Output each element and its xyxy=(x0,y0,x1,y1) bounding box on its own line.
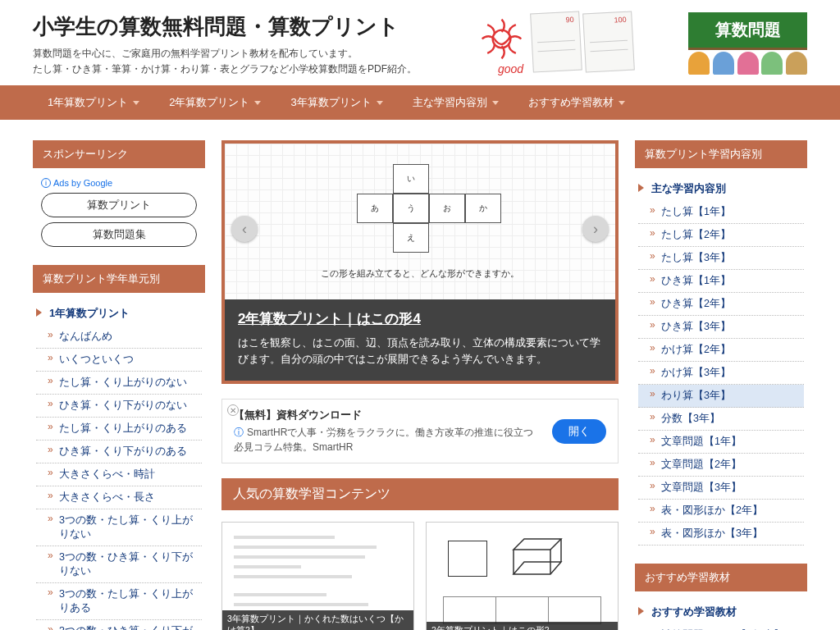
category-item[interactable]: ひき算【3年】 xyxy=(638,316,804,339)
nav-item-3[interactable]: 主な学習内容別 xyxy=(398,85,514,120)
good-text: good xyxy=(498,62,523,75)
unit-item[interactable]: 3つの数・ひき算・くり下がりない xyxy=(36,546,202,583)
category-widget: 算数プリント学習内容別 主な学習内容別 たし算【1年】たし算【2年】たし算【3年… xyxy=(635,140,807,546)
unit-item[interactable]: なんばんめ xyxy=(36,326,202,349)
category-item[interactable]: たし算【2年】 xyxy=(638,224,804,247)
inline-ad: ✕ 【無料】資料ダウンロード ⓘSmartHRで人事・労務をラクラクに。働き方改… xyxy=(221,399,619,463)
slide-title-link[interactable]: 2年算数プリント｜はこの形4 xyxy=(238,309,602,328)
ad-pill-1[interactable]: 算数問題集 xyxy=(41,222,197,247)
header-illustration: 90 100 good xyxy=(475,12,688,74)
unit-item[interactable]: いくつといくつ xyxy=(36,349,202,372)
chevron-down-icon xyxy=(492,101,499,105)
site-header: 小学生の算数無料問題・算数プリント 算数問題を中心に、ご家庭用の無料学習プリント… xyxy=(0,0,840,85)
site-subtitle-1: 算数問題を中心に、ご家庭用の無料学習プリント教材を配布しています。 xyxy=(33,46,475,62)
recommend-item[interactable]: 計算問題ドリル【1年生】 xyxy=(638,624,804,630)
category-item[interactable]: ひき算【2年】 xyxy=(638,293,804,316)
unit-item[interactable]: ひき算・くり下がりのある xyxy=(36,441,202,463)
cube-net-icon: い あ う お か え xyxy=(321,164,501,254)
unit-item[interactable]: 3つの数・たし算・くり上がりない xyxy=(36,509,202,546)
unit-head: 算数プリント学年単元別 xyxy=(33,265,205,293)
badge-label: 算数問題 xyxy=(688,12,807,50)
unit-item[interactable]: たし算・くり上がりのある xyxy=(36,418,202,441)
site-subtitle-2: たし算・ひき算・筆算・かけ算・わり算・表とグラフなど小学校算数問題をPDF紹介。 xyxy=(33,62,475,77)
unit-item[interactable]: 大きさくらべ・時計 xyxy=(36,463,202,486)
unit-item[interactable]: 3つの数・たし算・くり上がりある xyxy=(36,583,202,620)
category-item[interactable]: 分数【3年】 xyxy=(638,408,804,431)
unit-item[interactable]: たし算・くり上がりのない xyxy=(36,372,202,395)
category-item[interactable]: 表・図形ほか【3年】 xyxy=(638,523,804,546)
category-item[interactable]: 文章問題【2年】 xyxy=(638,454,804,477)
category-item[interactable]: ひき算【1年】 xyxy=(638,270,804,293)
slide-question: この形を組み立てると、どんな形ができますか。 xyxy=(321,267,519,280)
sponsor-widget: スポンサーリンク iAds by Google 算数プリント算数問題集 xyxy=(33,140,205,247)
ads-by-google-label[interactable]: iAds by Google xyxy=(41,178,202,188)
info-icon: i xyxy=(41,178,51,188)
featured-slider: い あ う お か え この形を組み立てると、どんな形ができますか。 2年算数プ… xyxy=(221,140,619,384)
slide-caption: 2年算数プリント｜はこの形4 はこを観察し、はこの面、辺、頂点を読み取り、立体の… xyxy=(225,299,615,381)
category-item[interactable]: かけ算【2年】 xyxy=(638,339,804,362)
card-overlay: 2年算数プリント｜はこの形2 xyxy=(427,622,618,630)
category-item[interactable]: たし算【3年】 xyxy=(638,247,804,270)
popular-head: 人気の算数学習コンテンツ xyxy=(221,478,619,510)
inline-ad-title[interactable]: 【無料】資料ダウンロード xyxy=(234,408,541,422)
flower-good-icon xyxy=(475,12,528,66)
header-badge: 算数問題 xyxy=(688,12,807,75)
inline-ad-open-button[interactable]: 開く xyxy=(552,419,606,444)
unit-item[interactable]: 大きさくらべ・長さ xyxy=(36,486,202,509)
ad-info-icon: ⓘ xyxy=(234,427,244,438)
nav-item-2[interactable]: 3年算数プリント xyxy=(276,85,397,120)
ad-pill-0[interactable]: 算数プリント xyxy=(41,193,197,217)
unit-category-top[interactable]: 1年算数プリント xyxy=(36,301,202,326)
chevron-down-icon xyxy=(254,101,261,105)
category-item[interactable]: 文章問題【3年】 xyxy=(638,477,804,500)
svg-marker-5 xyxy=(514,539,561,550)
site-title: 小学生の算数無料問題・算数プリント xyxy=(33,12,475,41)
kids-row-icon xyxy=(688,52,807,75)
score-sheet-2: 100 xyxy=(582,11,635,72)
chevron-down-icon xyxy=(377,101,383,105)
category-top[interactable]: 主な学習内容別 xyxy=(638,176,804,201)
unit-item[interactable]: ひき算・くり下がりのない xyxy=(36,395,202,418)
svg-marker-1 xyxy=(514,562,561,574)
nav-item-0[interactable]: 1年算数プリント xyxy=(33,85,154,120)
category-item[interactable]: 表・図形ほか【2年】 xyxy=(638,500,804,523)
category-item[interactable]: 文章問題【1年】 xyxy=(638,431,804,454)
slide-desc: はこを観察し、はこの面、辺、頂点を読み取り、立体の構成要素について学びます。自分… xyxy=(238,335,602,368)
slide-image: い あ う お か え この形を組み立てると、どんな形ができますか。 xyxy=(225,144,615,299)
recommend-head: おすすめ学習教材 xyxy=(635,564,807,591)
chevron-down-icon xyxy=(619,101,625,105)
popular-card: 3年算数プリント｜かくれた数はいくつ【かけ算2】3年算数プリント｜かくれた数はい… xyxy=(221,522,414,630)
unit-item[interactable]: 3つの数・ひき算・くり下がりあ xyxy=(36,620,202,630)
recommend-top[interactable]: おすすめ学習教材 xyxy=(638,600,804,624)
nav-item-1[interactable]: 2年算数プリント xyxy=(154,85,276,120)
inline-ad-desc: ⓘSmartHRで人事・労務をラクラクに。働き方改革の推進に役立つ必見コラム特集… xyxy=(234,425,541,454)
nav-item-4[interactable]: おすすめ学習教材 xyxy=(514,85,640,120)
popular-card: 2年算数プリント｜はこの形22年算数プリント｜はこの形2はこを観察し、はこの面、… xyxy=(426,522,619,630)
category-head: 算数プリント学習内容別 xyxy=(635,140,807,168)
recommend-widget: おすすめ学習教材 おすすめ学習教材 計算問題ドリル【1年生】 xyxy=(635,564,807,630)
chevron-down-icon xyxy=(133,101,139,105)
card-overlay: 3年算数プリント｜かくれた数はいくつ【かけ算2】 xyxy=(222,610,413,630)
score-sheet-1: 90 xyxy=(530,11,582,72)
category-item[interactable]: たし算【1年】 xyxy=(638,201,804,224)
card-thumb[interactable]: 3年算数プリント｜かくれた数はいくつ【かけ算2】 xyxy=(221,522,414,630)
category-item[interactable]: わり算【3年】 xyxy=(638,385,804,408)
card-thumb[interactable]: 2年算数プリント｜はこの形2 xyxy=(426,522,619,630)
sponsor-head: スポンサーリンク xyxy=(33,140,205,168)
main-nav: 1年算数プリント2年算数プリント3年算数プリント主な学習内容別おすすめ学習教材 xyxy=(0,85,840,120)
category-item[interactable]: かけ算【3年】 xyxy=(638,362,804,385)
unit-widget: 算数プリント学年単元別 1年算数プリント なんばんめいくつといくつたし算・くり上… xyxy=(33,265,205,630)
